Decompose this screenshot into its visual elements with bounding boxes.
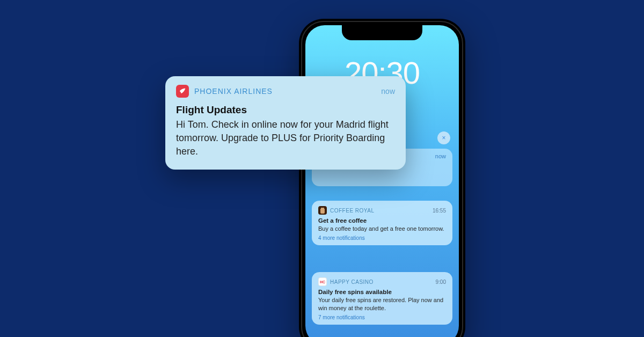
popup-header: PHOENIX AIRLINES now	[176, 85, 395, 98]
phone-notch	[342, 25, 422, 40]
notification-card-casino[interactable]: HC HAPPY CASINO 9:00 Daily free spins av…	[312, 272, 452, 325]
dismiss-button[interactable]: ×	[437, 131, 450, 144]
notification-body: Your daily free spins are restored. Play…	[318, 296, 446, 312]
popup-app-name: PHOENIX AIRLINES	[194, 87, 376, 96]
notification-card-coffee[interactable]: COFFEE ROYAL 16:55 Get a free coffee Buy…	[312, 201, 452, 245]
notification-time: 16:55	[433, 208, 446, 214]
close-icon: ×	[442, 134, 445, 142]
coffee-app-icon	[318, 206, 327, 215]
phone-frame: 20:30 × now COFFEE ROYAL 16:55 Get a fre…	[299, 19, 465, 337]
popup-title: Flight Updates	[176, 104, 395, 116]
notification-body: Buy a coffee today and get a free one to…	[318, 225, 446, 233]
notification-header: COFFEE ROYAL 16:55	[318, 206, 446, 215]
notification-time: 9:00	[436, 279, 446, 285]
notification-app-name: COFFEE ROYAL	[330, 208, 429, 214]
notification-time: now	[435, 153, 446, 159]
notification-popup-expanded[interactable]: PHOENIX AIRLINES now Flight Updates Hi T…	[165, 76, 406, 170]
notification-app-name: HAPPY CASINO	[330, 279, 433, 285]
more-notifications-link[interactable]: 4 more notifications	[318, 235, 446, 241]
more-notifications-link[interactable]: 7 more notifications	[318, 314, 446, 320]
airline-app-icon	[176, 85, 189, 98]
notification-title: Daily free spins available	[318, 289, 446, 295]
popup-time: now	[381, 87, 395, 96]
notification-header: HC HAPPY CASINO 9:00	[318, 277, 446, 286]
popup-body: Hi Tom. Check in online now for your Mad…	[176, 118, 395, 159]
notification-title: Get a free coffee	[318, 217, 446, 224]
phone-screen: 20:30 × now COFFEE ROYAL 16:55 Get a fre…	[305, 25, 459, 337]
casino-app-icon: HC	[318, 277, 327, 286]
